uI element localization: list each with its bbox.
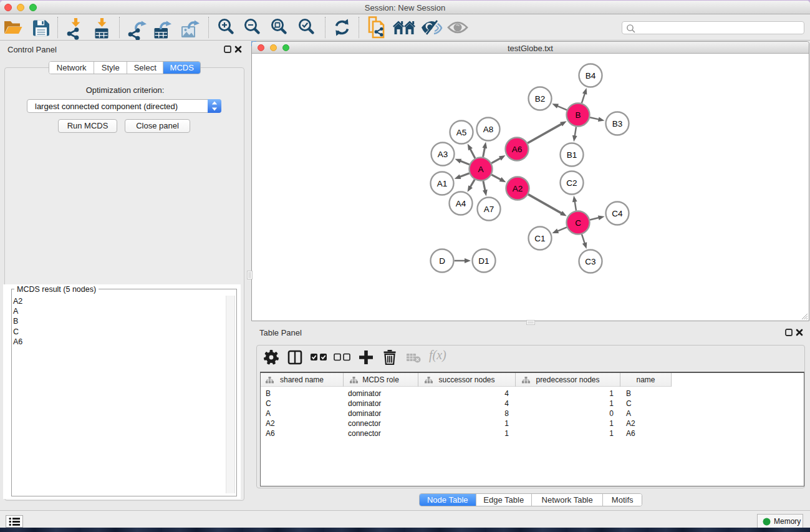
svg-text:A6: A6 — [512, 145, 523, 154]
svg-text:A: A — [478, 165, 483, 174]
svg-text:B1: B1 — [567, 150, 577, 160]
svg-text:C3: C3 — [585, 257, 595, 266]
svg-text:A1: A1 — [437, 179, 448, 188]
svg-text:A7: A7 — [484, 205, 494, 214]
svg-text:C4: C4 — [612, 209, 623, 218]
svg-text:D: D — [439, 256, 445, 266]
svg-text:B4: B4 — [586, 71, 596, 80]
svg-text:B3: B3 — [612, 119, 623, 128]
svg-text:A5: A5 — [456, 128, 467, 137]
svg-text:A3: A3 — [438, 150, 448, 159]
svg-text:A8: A8 — [483, 125, 494, 134]
svg-text:A4: A4 — [456, 199, 466, 208]
svg-text:B2: B2 — [535, 94, 546, 104]
svg-text:C1: C1 — [534, 234, 545, 243]
svg-text:D1: D1 — [478, 256, 489, 266]
svg-text:C2: C2 — [566, 178, 577, 188]
svg-text:C: C — [575, 218, 581, 228]
svg-text:A2: A2 — [513, 184, 523, 193]
svg-text:B: B — [575, 110, 581, 120]
